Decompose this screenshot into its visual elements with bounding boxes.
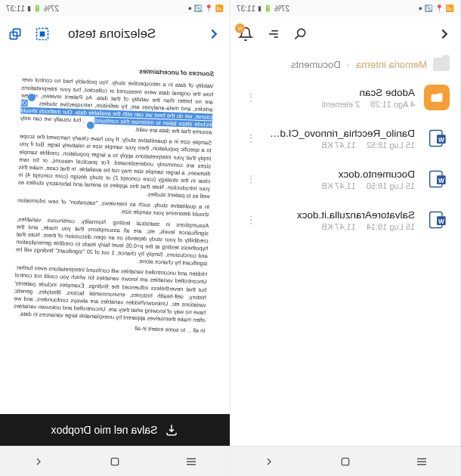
search-icon[interactable] [292, 26, 308, 42]
file-size: 11,47 KB [322, 222, 356, 231]
svg-rect-1 [40, 32, 45, 37]
folder-icon [433, 57, 450, 71]
nav-recent-button[interactable] [176, 455, 206, 468]
file-size: 11,47 KB [322, 181, 356, 190]
nav-back-button[interactable] [23, 456, 54, 468]
file-name: Adobe Scan [265, 87, 415, 98]
signal-icon: ▮ [258, 5, 261, 12]
status-bar: 📶 📍 🔄 ● 27% 🔋 ▮ 11:37 [230, 0, 460, 17]
nav-back-button[interactable] [254, 456, 284, 468]
signal-icon: ▮ [27, 5, 31, 12]
download-icon [165, 423, 178, 437]
svg-rect-7 [111, 458, 118, 465]
battery-text: 27% [274, 5, 289, 13]
battery-icon: 🔋 [33, 5, 42, 12]
nav-home-button[interactable] [100, 456, 130, 468]
svg-rect-25 [342, 458, 348, 465]
select-all-icon[interactable] [35, 26, 50, 42]
file-list[interactable]: Adobe Scan 4 Ago 11:28 2 elementi ⋮ W Da… [230, 77, 460, 446]
status-bar: 📶 📍 🔄 ● 27% 🔋 ▮ 11:37 [0, 0, 230, 17]
location-icon: 📍 [435, 5, 444, 12]
sync-icon: 🔄 [194, 5, 203, 12]
back-icon[interactable] [436, 26, 453, 42]
file-date: 4 Ago 11:28 [370, 100, 415, 109]
notifications-icon[interactable]: N [238, 26, 253, 42]
document-viewer[interactable]: Sources of uncertainties Validity of dat… [0, 51, 230, 446]
notif-icon: ● [419, 5, 422, 12]
sync-icon: 🔄 [425, 5, 433, 12]
status-time: 11:37 [6, 5, 25, 13]
docx-icon: W [424, 166, 450, 192]
system-nav-bar [230, 446, 460, 476]
breadcrumb-current[interactable]: Documents [291, 59, 341, 70]
chevron-right-icon: › [347, 59, 350, 70]
list-item[interactable]: W Documento.docx 15 Lug 18:50 11,47 KB ⋮ [234, 159, 460, 199]
nav-home-button[interactable] [330, 456, 360, 468]
nav-recent-button[interactable] [407, 455, 437, 468]
wifi-icon: 📶 [446, 5, 454, 12]
file-size: 2 elementi [322, 100, 360, 109]
docx-icon: W [424, 125, 450, 151]
copy-icon[interactable] [8, 26, 23, 42]
more-icon[interactable]: ⋮ [244, 91, 256, 104]
notif-icon: ● [188, 5, 192, 12]
file-size: 11,47 KB [322, 141, 356, 150]
folder-icon [424, 85, 450, 110]
list-item[interactable]: W Danilo_Recchia_rinnovo_CI.docx 15 Lug … [234, 118, 460, 159]
toolbar-title: Seleziona testo [62, 26, 193, 42]
battery-text: 27% [44, 5, 59, 13]
docx-icon: W [424, 207, 450, 233]
save-to-dropbox-button[interactable]: Salva nel mio Dropbox [0, 414, 230, 446]
svg-text:W: W [438, 218, 444, 225]
svg-point-8 [298, 29, 305, 36]
more-icon[interactable]: ⋮ [244, 214, 256, 226]
file-date: 15 Lug 18:52 [367, 141, 415, 150]
breadcrumb-root[interactable]: Memoria interna [356, 59, 427, 70]
back-icon[interactable] [206, 26, 222, 42]
file-name: SalvatoreAranzulla.it.docx [265, 209, 415, 221]
svg-text:W: W [438, 137, 444, 144]
location-icon: 📍 [205, 5, 213, 12]
sort-icon[interactable] [265, 26, 280, 42]
breadcrumb[interactable]: Memoria interna › Documents [230, 51, 460, 77]
list-item[interactable]: Adobe Scan 4 Ago 11:28 2 elementi ⋮ [234, 77, 460, 118]
doc-paragraph[interactable]: Validity of data in a retrospective stud… [20, 76, 213, 137]
more-icon[interactable]: ⋮ [244, 173, 256, 185]
phone-right: 📶 📍 🔄 ● 27% 🔋 ▮ 11:37 N Memoria inter [230, 0, 461, 476]
text-select-toolbar: Seleziona testo [0, 17, 230, 51]
file-name: Danilo_Recchia_rinnovo_CI.docx [265, 128, 415, 139]
doc-paragraph[interactable]: Assumptions in statistical testing: Norm… [15, 215, 209, 268]
svg-line-9 [295, 36, 299, 39]
document-page[interactable]: Sources of uncertainties Validity of dat… [0, 54, 230, 404]
file-browser-toolbar: N [230, 17, 460, 51]
wifi-icon: 📶 [215, 5, 224, 12]
list-item[interactable]: W SalvatoreAranzulla.it.docx 15 Lug 19:1… [234, 199, 460, 240]
notification-badge: N [235, 23, 245, 33]
phone-left: 📶 📍 🔄 ● 27% 🔋 ▮ 11:37 Seleziona testo So… [0, 0, 230, 476]
file-date: 15 Lug 19:14 [367, 222, 415, 231]
svg-text:W: W [438, 178, 444, 184]
save-label: Salva nel mio Dropbox [51, 424, 158, 436]
selection-handle-start[interactable] [28, 94, 36, 101]
file-date: 15 Lug 18:50 [367, 181, 415, 190]
system-nav-bar [0, 446, 230, 476]
more-icon[interactable]: ⋮ [244, 132, 256, 144]
doc-paragraph[interactable]: Hidden and uncontrolled variables will c… [14, 264, 207, 325]
doc-paragraph[interactable]: Sample size in a quantitative study: If … [18, 133, 212, 201]
selection-handle-end[interactable] [87, 122, 94, 129]
doc-heading: Sources of uncertainties [22, 63, 214, 79]
status-time: 11:37 [237, 5, 255, 13]
file-name: Documento.docx [265, 168, 415, 180]
battery-icon: 🔋 [264, 5, 272, 12]
